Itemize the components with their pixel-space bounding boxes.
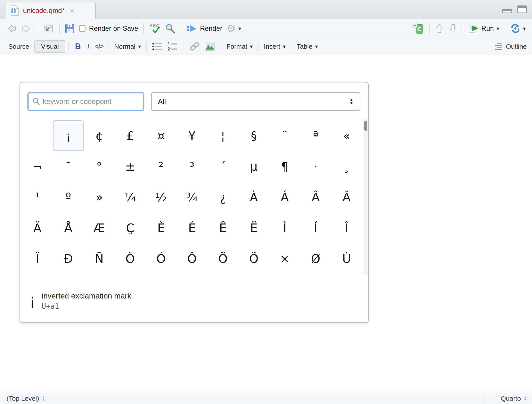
symbol-cell[interactable]: ¸ <box>331 151 362 182</box>
symbol-cell[interactable]: È <box>146 213 177 243</box>
svg-text:2: 2 <box>168 46 170 51</box>
symbol-cell[interactable]: Ó <box>146 243 177 274</box>
symbol-cell[interactable]: ª <box>300 120 331 151</box>
symbol-search-input[interactable] <box>43 97 139 106</box>
symbol-cell[interactable]: Í <box>300 213 331 243</box>
symbol-cell[interactable]: Î <box>331 213 362 243</box>
symbol-search-field[interactable] <box>27 92 144 111</box>
tab-unicode-qmd[interactable]: unicode.qmd* × <box>6 2 96 19</box>
numbered-list-button[interactable]: 1 2 <box>165 41 180 52</box>
render-on-save-checkbox[interactable] <box>79 25 86 32</box>
outline-location-selector[interactable]: (Top Level) ▲▼ <box>0 395 483 402</box>
symbol-cell[interactable]: ¯ <box>53 151 84 182</box>
tab-visual[interactable]: Visual <box>34 40 65 53</box>
save-button[interactable] <box>63 22 77 35</box>
symbol-cell[interactable]: Ë <box>238 213 269 243</box>
bold-button[interactable]: B <box>72 42 84 51</box>
symbol-cell[interactable]: Ã <box>331 182 362 213</box>
symbol-cell[interactable]: ¥ <box>177 120 208 151</box>
tab-close-icon[interactable]: × <box>70 7 74 14</box>
symbol-cell[interactable]: À <box>238 182 269 213</box>
paragraph-style-dropdown[interactable]: Normal ▾ <box>112 42 143 51</box>
bullet-list-button[interactable] <box>150 41 165 52</box>
symbol-cell[interactable]: ½ <box>146 182 177 213</box>
find-button[interactable] <box>163 22 178 35</box>
symbol-cell[interactable]: ¼ <box>115 182 146 213</box>
image-button[interactable] <box>203 41 218 52</box>
table-menu[interactable]: Table ▾ <box>295 42 320 51</box>
symbol-cell[interactable]: Ê <box>208 213 238 243</box>
symbol-cell[interactable]: ´ <box>208 151 238 182</box>
symbol-cell[interactable]: ³ <box>177 151 208 182</box>
symbol-cell[interactable]: « <box>331 120 362 151</box>
scrollbar-track[interactable] <box>363 119 368 275</box>
symbol-cell[interactable]: Á <box>269 182 300 213</box>
render-button[interactable]: Render <box>184 23 225 34</box>
spellcheck-button[interactable]: ABC <box>147 22 163 35</box>
symbol-cell[interactable]: Ä <box>22 213 53 243</box>
symbol-cell[interactable]: Ï <box>22 243 53 274</box>
symbol-cell[interactable]: ¹ <box>22 182 53 213</box>
format-menu[interactable]: Format ▾ <box>224 42 255 51</box>
symbol-cell[interactable]: Ñ <box>84 243 115 274</box>
insert-menu[interactable]: Insert ▾ <box>262 42 288 51</box>
scrollbar-thumb[interactable] <box>364 121 367 131</box>
symbol-cell[interactable]: ¿ <box>208 182 238 213</box>
symbol-cell[interactable]: ¦ <box>208 120 238 151</box>
run-previous-chunks-button[interactable] <box>433 23 446 34</box>
symbol-cell[interactable]: Å <box>53 213 84 243</box>
render-on-save-checkbox-group[interactable]: Render on Save <box>77 24 140 33</box>
run-next-chunk-button[interactable] <box>446 23 460 34</box>
symbol-cell[interactable]: º <box>53 182 84 213</box>
symbol-cell[interactable]: Ç <box>115 213 146 243</box>
insert-chunk-button[interactable]: C + <box>410 22 426 35</box>
symbol-cell[interactable]: ¤ <box>146 120 177 151</box>
symbol-cell[interactable]: » <box>84 182 115 213</box>
italic-button[interactable]: I <box>84 42 93 51</box>
symbol-cell[interactable]: · <box>300 151 331 182</box>
symbol-cell[interactable]: ° <box>84 151 115 182</box>
symbol-cell[interactable]: Ø <box>300 243 331 274</box>
run-button[interactable]: Run ▾ <box>466 23 501 34</box>
maximize-pane-icon[interactable] <box>517 5 527 14</box>
document-type-selector[interactable]: Quarto ▲▼ <box>483 393 532 404</box>
symbol-cell[interactable]: Ö <box>238 243 269 274</box>
category-select[interactable]: All ▲▼ <box>151 92 360 111</box>
render-options-button[interactable]: ⚙ ▾ <box>225 23 243 34</box>
source-document-button[interactable]: ▾ <box>508 23 528 34</box>
code-button[interactable]: </> <box>93 43 106 50</box>
symbol-cell[interactable]: ± <box>115 151 146 182</box>
symbol-cell[interactable]: ² <box>146 151 177 182</box>
symbol-cell[interactable]: Ù <box>331 243 362 274</box>
symbol-cell[interactable]: Ì <box>269 213 300 243</box>
forward-button[interactable] <box>19 23 34 34</box>
symbol-cell[interactable]: ¡ <box>53 120 84 151</box>
tab-source[interactable]: Source <box>5 41 32 51</box>
symbol-cell[interactable]: ¾ <box>177 182 208 213</box>
symbol-cell[interactable]: Õ <box>208 243 238 274</box>
symbol-cell[interactable]: Ô <box>177 243 208 274</box>
symbol-cell[interactable] <box>22 120 53 151</box>
symbol-cell[interactable]: ¨ <box>269 120 300 151</box>
symbol-grid-area: ¡¢£¤¥¦§¨ª«¬¯°±²³´µ¶·¸¹º»¼½¾¿ÀÁÂÃÄÅÆÇÈÉÊË… <box>20 119 368 275</box>
symbol-cell[interactable]: Â <box>300 182 331 213</box>
symbol-cell[interactable]: Ò <box>115 243 146 274</box>
chevron-down-icon: ▾ <box>138 44 141 49</box>
symbol-cell[interactable]: ¶ <box>269 151 300 182</box>
symbol-cell[interactable]: § <box>238 120 269 151</box>
back-button[interactable] <box>4 23 19 34</box>
symbol-cell[interactable]: Ð <box>53 243 84 274</box>
chevron-down-icon: ▾ <box>523 26 526 31</box>
open-in-new-window-button[interactable] <box>40 22 56 35</box>
symbol-cell[interactable]: £ <box>115 120 146 151</box>
link-button[interactable] <box>187 41 203 52</box>
symbol-cell[interactable]: ¢ <box>84 120 115 151</box>
symbol-cell[interactable]: É <box>177 213 208 243</box>
image-icon <box>205 42 215 51</box>
symbol-cell[interactable]: ¬ <box>22 151 53 182</box>
outline-toggle[interactable]: Outline <box>494 42 527 51</box>
symbol-cell[interactable]: × <box>269 243 300 274</box>
symbol-cell[interactable]: µ <box>238 151 269 182</box>
symbol-cell[interactable]: Æ <box>84 213 115 243</box>
minimize-pane-icon[interactable] <box>502 7 512 14</box>
